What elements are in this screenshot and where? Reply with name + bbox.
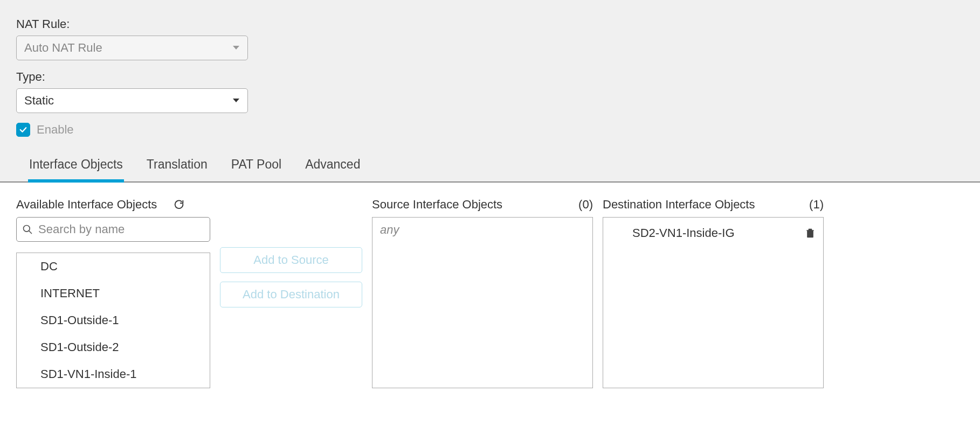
type-label: Type:: [16, 70, 964, 84]
enable-row: Enable: [16, 123, 964, 137]
trash-icon[interactable]: [805, 227, 816, 239]
nat-rule-value: Auto NAT Rule: [24, 41, 102, 55]
type-group: Type: Static: [16, 70, 964, 113]
search-input[interactable]: [38, 222, 204, 236]
source-drop-box[interactable]: any: [372, 217, 593, 388]
enable-label: Enable: [37, 123, 74, 137]
chevron-down-icon: [232, 98, 240, 103]
main-content: Available Interface Objects DC INTERNET …: [0, 183, 980, 388]
source-panel: Source Interface Objects (0) any: [372, 197, 593, 388]
list-item[interactable]: INTERNET: [17, 280, 210, 307]
type-value: Static: [24, 94, 54, 108]
enable-checkbox[interactable]: [16, 123, 30, 137]
add-to-destination-button[interactable]: Add to Destination: [220, 282, 362, 307]
available-panel: Available Interface Objects DC INTERNET …: [16, 197, 210, 388]
search-box[interactable]: [16, 217, 210, 242]
source-placeholder: any: [380, 223, 399, 236]
refresh-icon[interactable]: [173, 199, 185, 211]
destination-drop-box[interactable]: SD2-VN1-Inside-IG: [603, 217, 824, 388]
destination-header-row: Destination Interface Objects (1): [603, 197, 824, 213]
nat-rule-label: NAT Rule:: [16, 17, 964, 31]
destination-item[interactable]: SD2-VN1-Inside-IG: [611, 223, 816, 243]
search-icon: [22, 224, 33, 235]
list-item[interactable]: SD1-VN1-Inside-1: [17, 361, 210, 388]
nat-rule-group: NAT Rule: Auto NAT Rule: [16, 17, 964, 60]
list-item[interactable]: DC: [17, 253, 210, 280]
source-count: (0): [578, 198, 593, 212]
available-list[interactable]: DC INTERNET SD1-Outside-1 SD1-Outside-2 …: [16, 253, 210, 388]
source-header: Source Interface Objects: [372, 198, 502, 212]
list-item[interactable]: SD1-Outside-2: [17, 334, 210, 361]
top-config-section: NAT Rule: Auto NAT Rule Type: Static En: [0, 0, 980, 183]
list-item[interactable]: SD1-Outside-1: [17, 307, 210, 334]
destination-panel: Destination Interface Objects (1) SD2-VN…: [603, 197, 824, 388]
add-to-source-button[interactable]: Add to Source: [220, 247, 362, 273]
tab-advanced[interactable]: Advanced: [304, 152, 361, 183]
destination-header: Destination Interface Objects: [603, 198, 755, 212]
destination-count: (1): [809, 198, 824, 212]
svg-line-1: [29, 231, 32, 234]
nat-rule-select[interactable]: Auto NAT Rule: [16, 36, 248, 60]
type-select[interactable]: Static: [16, 88, 248, 113]
destination-item-label: SD2-VN1-Inside-IG: [632, 226, 735, 240]
tab-pat-pool[interactable]: PAT Pool: [230, 152, 282, 183]
buttons-column: Add to Source Add to Destination: [220, 197, 362, 307]
tab-translation[interactable]: Translation: [146, 152, 209, 183]
tabs-row: Interface Objects Translation PAT Pool A…: [16, 152, 964, 181]
source-header-row: Source Interface Objects (0): [372, 197, 593, 213]
available-header: Available Interface Objects: [16, 198, 157, 212]
chevron-down-icon: [232, 45, 240, 51]
available-header-row: Available Interface Objects: [16, 197, 210, 213]
tab-interface-objects[interactable]: Interface Objects: [28, 152, 124, 183]
